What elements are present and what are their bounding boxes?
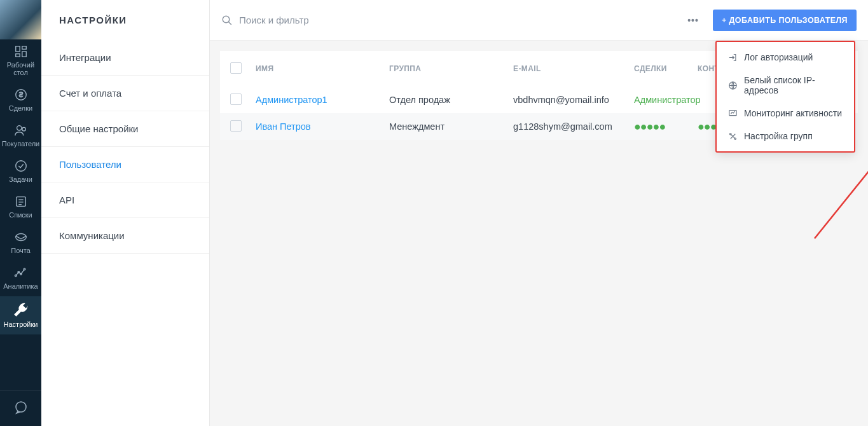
monitor-icon bbox=[728, 109, 738, 118]
rail-lists[interactable]: Списки bbox=[0, 189, 41, 225]
search-input[interactable]: Поиск и фильтр bbox=[221, 15, 673, 26]
col-deals: СДЕЛКИ bbox=[634, 64, 698, 73]
user-email: vbdhvmqn@yomail.info bbox=[513, 95, 634, 105]
dd-label: Лог авторизаций bbox=[744, 52, 813, 62]
row-checkbox[interactable] bbox=[230, 120, 242, 132]
settings-sidebar: НАСТРОЙКИ Интеграции Счет и оплата Общие… bbox=[41, 0, 210, 426]
sidebar-title: НАСТРОЙКИ bbox=[41, 0, 209, 40]
dashboard-icon bbox=[14, 45, 28, 58]
rail-mail[interactable]: Почта bbox=[0, 225, 41, 261]
col-name: ИМЯ bbox=[256, 64, 389, 73]
dd-label: Настройка групп bbox=[744, 131, 813, 141]
deals-icon bbox=[14, 88, 28, 102]
dd-activity-monitor[interactable]: Мониторинг активности bbox=[717, 102, 854, 125]
svg-point-5 bbox=[17, 126, 21, 130]
nav-rail: Рабочий стол Сделки Покупатели Задачи Сп… bbox=[0, 0, 41, 426]
more-dropdown: Лог авторизаций Белый список IP-адресов … bbox=[715, 41, 855, 153]
rail-tasks[interactable]: Задачи bbox=[0, 154, 41, 189]
rail-label: Списки bbox=[9, 211, 32, 219]
more-menu-button[interactable]: ••• bbox=[682, 10, 704, 31]
buyers-icon bbox=[14, 123, 28, 137]
rail-label: Покупатели bbox=[2, 140, 40, 148]
rail-analytics[interactable]: Аналитика bbox=[0, 261, 41, 296]
sidebar-item-api[interactable]: API bbox=[41, 182, 209, 218]
analytics-icon bbox=[14, 266, 28, 280]
dd-label: Мониторинг активности bbox=[744, 108, 842, 118]
rail-label: Рабочий стол bbox=[1, 61, 40, 76]
dd-label: Белый список IP-адресов bbox=[744, 75, 843, 95]
svg-point-10 bbox=[15, 275, 17, 277]
user-name-link[interactable]: Администратор1 bbox=[256, 95, 389, 105]
svg-point-6 bbox=[22, 128, 25, 132]
topbar: Поиск и фильтр ••• + ДОБАВИТЬ ПОЛЬЗОВАТЕ… bbox=[210, 0, 868, 41]
rail-settings[interactable]: Настройки bbox=[0, 296, 41, 334]
svg-rect-1 bbox=[22, 46, 25, 50]
sidebar-item-users[interactable]: Пользователи bbox=[41, 147, 209, 182]
main-panel: Поиск и фильтр ••• + ДОБАВИТЬ ПОЛЬЗОВАТЕ… bbox=[210, 0, 868, 426]
svg-point-15 bbox=[223, 16, 230, 23]
tasks-icon bbox=[14, 159, 28, 173]
rail-deals[interactable]: Сделки bbox=[0, 83, 41, 118]
rail-label: Сделки bbox=[9, 104, 33, 112]
svg-point-7 bbox=[15, 161, 26, 172]
user-deals: ●●●●● bbox=[634, 120, 698, 134]
sidebar-item-billing[interactable]: Счет и оплата bbox=[41, 76, 209, 111]
row-checkbox[interactable] bbox=[230, 93, 242, 105]
user-group: Менеждмент bbox=[389, 121, 513, 132]
user-name-link[interactable]: Иван Петров bbox=[256, 121, 389, 132]
user-group: Отдел продаж bbox=[389, 95, 513, 105]
svg-line-20 bbox=[815, 140, 868, 238]
rail-dashboard[interactable]: Рабочий стол bbox=[0, 39, 41, 83]
search-icon bbox=[221, 15, 233, 26]
sidebar-item-communications[interactable]: Коммуникации bbox=[41, 218, 209, 254]
col-email: E-MAIL bbox=[513, 64, 634, 73]
tools-icon bbox=[728, 132, 738, 141]
dd-group-settings[interactable]: Настройка групп bbox=[717, 125, 854, 148]
rail-label: Аналитика bbox=[3, 282, 38, 290]
dd-ip-whitelist[interactable]: Белый список IP-адресов bbox=[717, 69, 854, 102]
add-user-button[interactable]: + ДОБАВИТЬ ПОЛЬЗОВАТЕЛЯ bbox=[713, 10, 857, 31]
svg-rect-0 bbox=[15, 46, 19, 52]
chat-icon bbox=[13, 400, 29, 415]
dd-auth-log[interactable]: Лог авторизаций bbox=[717, 46, 854, 69]
globe-icon bbox=[728, 81, 738, 90]
search-placeholder: Поиск и фильтр bbox=[239, 15, 309, 25]
workspace-logo[interactable] bbox=[0, 0, 41, 39]
mail-icon bbox=[14, 230, 28, 244]
svg-rect-2 bbox=[22, 52, 25, 57]
svg-rect-3 bbox=[15, 54, 19, 57]
rail-label: Настройки bbox=[4, 320, 38, 328]
settings-icon bbox=[13, 301, 29, 318]
select-all-checkbox[interactable] bbox=[230, 62, 242, 74]
rail-buyers[interactable]: Покупатели bbox=[0, 118, 41, 154]
col-group: ГРУППА bbox=[389, 64, 513, 73]
sidebar-item-integrations[interactable]: Интеграции bbox=[41, 40, 209, 76]
user-email: g1128shym@gmail.com bbox=[513, 121, 634, 132]
rail-label: Почта bbox=[11, 247, 31, 254]
lists-icon bbox=[14, 195, 28, 209]
rail-label: Задачи bbox=[9, 175, 32, 183]
login-icon bbox=[728, 53, 738, 62]
user-deals: Администратор bbox=[634, 95, 698, 105]
rail-chat[interactable] bbox=[0, 390, 41, 426]
sidebar-item-general[interactable]: Общие настройки bbox=[41, 111, 209, 147]
